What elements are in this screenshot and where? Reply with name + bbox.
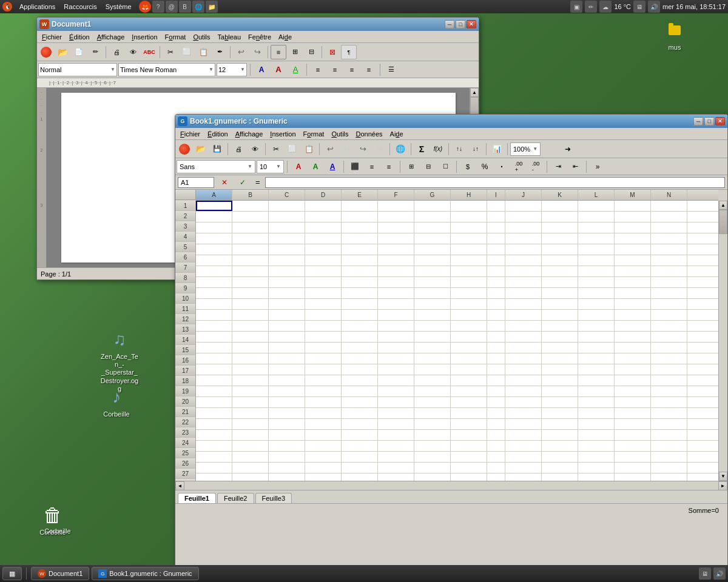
cell-d18[interactable] xyxy=(305,386,342,396)
cell-i23[interactable] xyxy=(487,441,505,451)
cell-h11[interactable] xyxy=(451,310,487,320)
cell-c18[interactable] xyxy=(269,386,305,396)
cell-b24[interactable] xyxy=(232,452,269,462)
cell-j23[interactable] xyxy=(505,441,542,451)
gnumeric-zoom-drop-btn[interactable] xyxy=(541,142,557,156)
cell-j12[interactable] xyxy=(505,321,542,331)
gnumeric-border-btn[interactable]: ⊟ xyxy=(420,159,436,174)
cell-b9[interactable] xyxy=(232,288,269,298)
sound-icon[interactable]: 🔊 xyxy=(648,1,660,13)
gnumeric-sum-btn[interactable]: Σ xyxy=(414,142,430,156)
cell-e13[interactable] xyxy=(342,332,378,342)
cell-n5[interactable] xyxy=(651,244,687,255)
cell-g3[interactable] xyxy=(414,222,451,233)
gnumeric-close-btn[interactable]: ✕ xyxy=(715,117,725,125)
cell-k15[interactable] xyxy=(542,353,578,364)
cell-j9[interactable] xyxy=(505,288,542,298)
cell-k10[interactable] xyxy=(542,299,578,309)
pen-icon[interactable]: ✏ xyxy=(585,1,597,13)
row-header-13[interactable]: 13 xyxy=(175,324,195,335)
cell-n22[interactable] xyxy=(651,430,687,440)
gnumeric-print-btn[interactable]: 🖨 xyxy=(231,142,246,156)
cell-i5[interactable] xyxy=(487,244,505,255)
cell-i10[interactable] xyxy=(487,299,505,309)
cell-g23[interactable] xyxy=(414,441,451,451)
col-header-b[interactable]: B xyxy=(232,190,269,200)
cell-k25[interactable] xyxy=(542,463,578,473)
screen-icon[interactable]: ▣ xyxy=(570,1,582,13)
cell-d5[interactable] xyxy=(305,244,342,255)
cell-d26[interactable] xyxy=(305,473,342,481)
row-header-7[interactable]: 7 xyxy=(175,263,195,273)
cell-l22[interactable] xyxy=(578,430,615,440)
cell-c20[interactable] xyxy=(269,408,305,418)
cell-e14[interactable] xyxy=(342,343,378,353)
cell-j18[interactable] xyxy=(505,386,542,396)
gnumeric-preview-btn[interactable]: 👁 xyxy=(247,142,263,156)
cell-k9[interactable] xyxy=(542,288,578,298)
cell-b4[interactable] xyxy=(232,233,269,244)
gnumeric-menu-aide[interactable]: Aide xyxy=(386,129,407,139)
cell-l18[interactable] xyxy=(578,386,615,396)
cell-n1[interactable] xyxy=(651,201,687,211)
cell-i12[interactable] xyxy=(487,321,505,331)
cell-a17[interactable] xyxy=(196,375,232,386)
cell-f18[interactable] xyxy=(378,386,414,396)
cell-b23[interactable] xyxy=(232,441,269,451)
cell-m5[interactable] xyxy=(615,244,651,255)
cell-g25[interactable] xyxy=(414,463,451,473)
cell-g6[interactable] xyxy=(414,255,451,266)
cell-d9[interactable] xyxy=(305,288,342,298)
cell-a4[interactable] xyxy=(196,233,232,244)
cell-h25[interactable] xyxy=(451,463,487,473)
writer-menu-aide[interactable]: Aide xyxy=(275,32,295,42)
cell-h17[interactable] xyxy=(451,375,487,386)
cell-m20[interactable] xyxy=(615,408,651,418)
cell-h14[interactable] xyxy=(451,343,487,353)
app-icon-3[interactable]: B xyxy=(179,1,191,13)
cell-j5[interactable] xyxy=(505,244,542,255)
gnumeric-redo2-btn[interactable]: ↪ xyxy=(371,142,387,156)
cell-f9[interactable] xyxy=(378,288,414,298)
cell-a14[interactable] xyxy=(196,343,232,353)
cell-e18[interactable] xyxy=(342,386,378,396)
cell-g9[interactable] xyxy=(414,288,451,298)
gnumeric-minimize-btn[interactable]: ─ xyxy=(693,117,703,125)
row-header-21[interactable]: 21 xyxy=(175,407,195,417)
cell-m19[interactable] xyxy=(615,397,651,407)
cell-k5[interactable] xyxy=(542,244,578,255)
gnumeric-font-select[interactable]: Sans ▼ xyxy=(177,160,255,173)
writer-scroll-up[interactable]: ▲ xyxy=(470,88,479,97)
writer-menu-outils[interactable]: Outils xyxy=(189,32,214,42)
cell-d19[interactable] xyxy=(305,397,342,407)
cell-a8[interactable] xyxy=(196,277,232,287)
cell-k17[interactable] xyxy=(542,375,578,386)
gnumeric-zoom-control[interactable]: 100% ▼ xyxy=(510,142,541,156)
cell-d21[interactable] xyxy=(305,419,342,429)
cell-f7[interactable] xyxy=(378,266,414,276)
menu-systeme[interactable]: Système xyxy=(102,2,135,12)
gnumeric-formula-bar[interactable] xyxy=(265,177,725,188)
cell-f16[interactable] xyxy=(378,364,414,375)
cell-g15[interactable] xyxy=(414,353,451,364)
cell-m23[interactable] xyxy=(615,441,651,451)
cell-l16[interactable] xyxy=(578,364,615,375)
row-header-8[interactable]: 8 xyxy=(175,273,195,283)
cell-j16[interactable] xyxy=(505,364,542,375)
col-header-e[interactable]: E xyxy=(342,190,378,200)
cell-h13[interactable] xyxy=(451,332,487,342)
writer-field-btn[interactable]: ¶ xyxy=(341,45,357,59)
cell-b18[interactable] xyxy=(232,386,269,396)
cell-l19[interactable] xyxy=(578,397,615,407)
cell-n8[interactable] xyxy=(651,277,687,287)
cell-m2[interactable] xyxy=(615,212,651,222)
gnumeric-function-btn[interactable]: f(x) xyxy=(430,142,446,156)
gnumeric-cell-ref[interactable]: A1 xyxy=(178,177,214,188)
cell-g18[interactable] xyxy=(414,386,451,396)
cell-e20[interactable] xyxy=(342,408,378,418)
cell-a5[interactable] xyxy=(196,244,232,255)
col-header-m[interactable]: M xyxy=(615,190,651,200)
writer-preview-btn[interactable]: 👁 xyxy=(125,45,141,59)
cell-i6[interactable] xyxy=(487,255,505,266)
app-icon-2[interactable]: @ xyxy=(166,1,178,13)
